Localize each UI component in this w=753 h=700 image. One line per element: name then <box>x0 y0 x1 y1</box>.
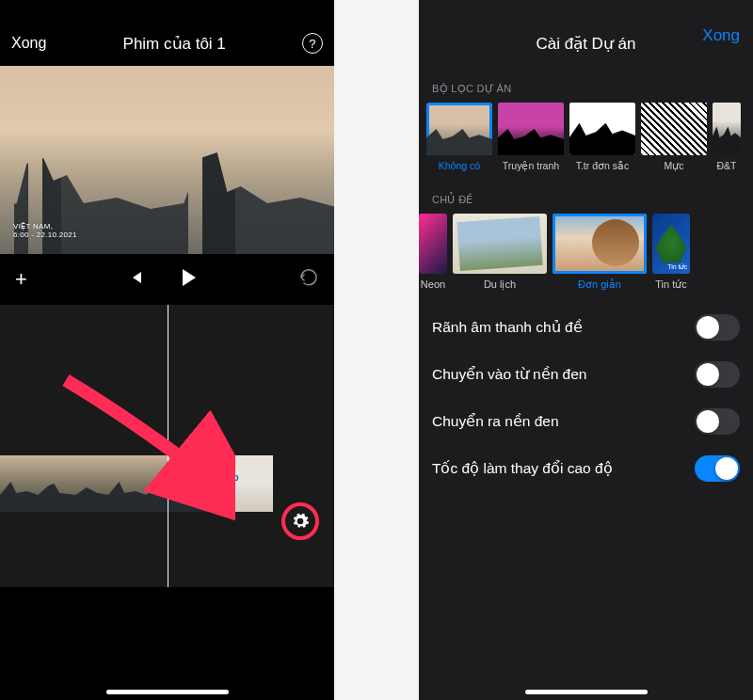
theme-row[interactable]: Neon Du lịch Đơn giản Tin tức <box>419 214 753 296</box>
toggle-speed-pitch[interactable] <box>695 455 740 482</box>
phone-settings: Cài đặt Dự án Xong BỘ LỌC DỰ ÁN Không có… <box>419 0 753 700</box>
theme-item-travel[interactable]: Du lịch <box>453 214 547 291</box>
clip-2[interactable] <box>108 455 216 512</box>
add-media-button[interactable]: + <box>15 267 27 292</box>
filter-thumb <box>641 103 707 155</box>
theme-label: Neon <box>419 278 447 290</box>
filter-thumb <box>569 103 635 155</box>
timeline[interactable] <box>0 305 334 587</box>
setting-speed-pitch: Tốc độ làm thay đổi cao độ <box>419 445 753 492</box>
home-indicator[interactable] <box>106 690 229 694</box>
home-indicator[interactable] <box>525 690 648 694</box>
playhead[interactable] <box>168 305 169 587</box>
clip-3[interactable] <box>216 455 273 512</box>
filter-label: Truyện tranh <box>498 160 564 171</box>
filter-section-label: BỘ LỌC DỰ ÁN <box>419 66 753 103</box>
skip-back-button[interactable] <box>128 270 143 289</box>
filter-item-none[interactable]: Không có <box>426 103 492 171</box>
theme-item-neon[interactable]: Neon <box>419 214 447 290</box>
undo-button[interactable] <box>298 269 319 291</box>
theme-thumb <box>453 214 547 274</box>
setting-label: Tốc độ làm thay đổi cao độ <box>432 460 613 477</box>
setting-label: Rãnh âm thanh chủ đề <box>432 319 583 336</box>
theme-thumb <box>419 214 447 274</box>
theme-label: Đơn giản <box>553 278 647 291</box>
filter-item-comic[interactable]: Truyện tranh <box>498 103 564 171</box>
theme-section-label: CHỦ ĐỀ <box>419 177 753 214</box>
setting-fade-in: Chuyển vào từ nền đen <box>419 351 753 398</box>
filter-label: T.tr đơn sắc <box>569 160 635 171</box>
filter-item-mono[interactable]: T.tr đơn sắc <box>569 103 635 171</box>
filter-item-bw[interactable]: Đ&T <box>713 103 741 171</box>
toggle-theme-audio[interactable] <box>695 314 740 341</box>
filter-label: Mực <box>641 160 707 171</box>
theme-label: Tin tức <box>652 278 690 291</box>
filter-thumb <box>713 103 741 155</box>
preview-caption: VIỆT NAM, 6:00 - 22.10.2021 <box>13 222 77 239</box>
filter-label: Không có <box>426 160 492 171</box>
theme-thumb <box>553 214 647 274</box>
theme-item-simple[interactable]: Đơn giản <box>553 214 647 291</box>
setting-label: Chuyển vào từ nền đen <box>432 366 586 383</box>
theme-thumb <box>652 214 690 274</box>
filter-item-ink[interactable]: Mực <box>641 103 707 171</box>
phone-editor: Xong Phim của tôi 1 ? VIỆT NAM, 6:00 - 2… <box>0 0 334 700</box>
play-button[interactable] <box>181 268 198 291</box>
toggle-fade-out[interactable] <box>695 408 740 435</box>
settings-done-button[interactable]: Xong <box>702 26 740 45</box>
playback-controls: + <box>0 254 334 305</box>
settings-title: Cài đặt Dự án <box>536 34 635 54</box>
theme-label: Du lịch <box>453 278 547 291</box>
help-icon[interactable]: ? <box>302 33 323 54</box>
toggle-fade-in[interactable] <box>695 361 740 388</box>
editor-navbar: Xong Phim của tôi 1 ? <box>0 0 334 66</box>
project-title: Phim của tôi 1 <box>123 34 226 54</box>
setting-fade-out: Chuyển ra nền đen <box>419 398 753 445</box>
theme-item-news[interactable]: Tin tức <box>652 214 690 291</box>
done-button[interactable]: Xong <box>11 35 46 52</box>
settings-button[interactable] <box>281 502 319 540</box>
filter-thumb <box>498 103 564 155</box>
setting-label: Chuyển ra nền đen <box>432 413 559 430</box>
video-preview[interactable]: VIỆT NAM, 6:00 - 22.10.2021 <box>0 66 334 254</box>
gear-icon <box>291 512 310 531</box>
filter-row[interactable]: Không có Truyện tranh T.tr đơn sắc Mực Đ… <box>419 103 753 177</box>
setting-theme-audio: Rãnh âm thanh chủ đề <box>419 304 753 351</box>
filter-label: Đ&T <box>713 160 741 171</box>
filter-thumb <box>426 103 492 155</box>
settings-navbar: Cài đặt Dự án Xong <box>419 0 753 66</box>
clip-1[interactable] <box>0 455 108 512</box>
